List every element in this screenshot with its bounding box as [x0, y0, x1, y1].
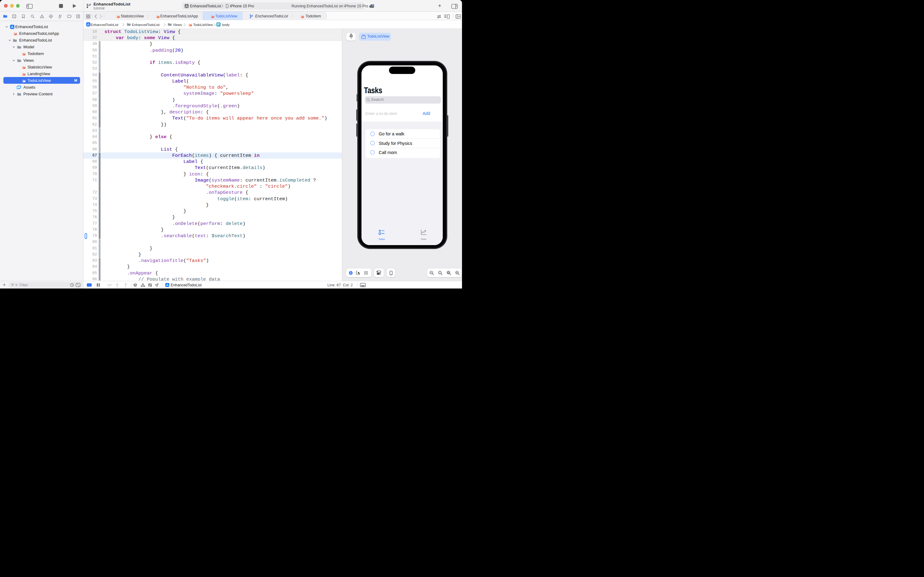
svg-text:1: 1	[439, 271, 441, 274]
